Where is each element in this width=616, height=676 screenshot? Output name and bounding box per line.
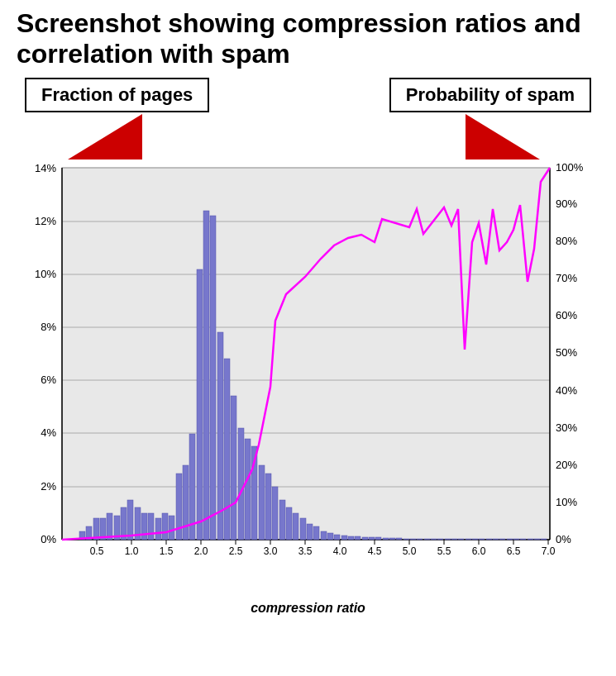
svg-text:8%: 8% [41,321,56,333]
svg-rect-90 [293,513,298,540]
svg-rect-100 [362,537,368,540]
svg-rect-76 [197,269,203,540]
svg-rect-78 [210,216,216,540]
svg-text:5.0: 5.0 [403,545,417,557]
label-spam: Probability of spam [389,78,591,112]
svg-rect-98 [348,536,354,540]
svg-rect-108 [417,539,423,540]
svg-rect-82 [238,428,244,540]
svg-rect-123 [520,539,526,540]
svg-rect-83 [245,439,251,540]
svg-rect-111 [437,539,443,540]
svg-rect-70 [155,518,161,540]
svg-rect-0 [62,168,550,540]
svg-rect-124 [528,539,533,540]
svg-rect-126 [541,539,547,540]
svg-text:0.5: 0.5 [90,545,104,557]
svg-text:3.5: 3.5 [298,545,313,557]
svg-text:0%: 0% [41,533,56,545]
right-arrow-container: Probability of spam [389,78,591,159]
svg-rect-125 [534,539,540,540]
svg-rect-119 [493,539,499,540]
svg-rect-113 [451,539,457,540]
page-title: Screenshot showing compression ratios an… [17,8,599,69]
svg-text:6.5: 6.5 [507,545,521,557]
svg-text:7.0: 7.0 [542,545,556,557]
x-axis-label: compression ratio [17,601,599,616]
svg-rect-80 [224,359,230,540]
svg-rect-118 [486,539,492,540]
svg-rect-105 [396,538,402,540]
svg-text:1.0: 1.0 [125,545,139,557]
right-arrow-icon [466,114,540,159]
svg-text:20%: 20% [556,459,577,471]
svg-text:2%: 2% [41,480,56,493]
svg-rect-93 [313,526,319,540]
svg-text:4.0: 4.0 [333,545,347,557]
svg-rect-79 [217,332,223,540]
left-arrow-icon [68,114,142,159]
svg-rect-61 [93,518,99,540]
svg-rect-77 [203,211,209,540]
svg-rect-104 [389,538,395,540]
svg-rect-117 [479,539,485,540]
svg-rect-72 [169,516,174,540]
svg-rect-102 [375,537,381,540]
labels-row: Fraction of pages Probability of spam [17,78,599,159]
svg-rect-94 [321,531,327,540]
svg-text:100%: 100% [556,161,584,174]
svg-rect-106 [404,539,409,540]
svg-text:4%: 4% [41,426,56,439]
svg-text:2.5: 2.5 [229,545,243,557]
svg-text:6%: 6% [41,374,56,386]
svg-rect-88 [279,500,285,540]
svg-rect-85 [259,465,265,540]
svg-text:10%: 10% [35,268,56,280]
svg-text:10%: 10% [556,496,577,508]
svg-text:2.0: 2.0 [194,545,208,557]
svg-rect-114 [458,539,464,540]
svg-rect-96 [334,535,340,540]
svg-rect-107 [410,539,416,540]
svg-rect-91 [300,518,306,540]
svg-text:50%: 50% [556,346,577,359]
svg-rect-97 [341,536,347,540]
svg-rect-87 [272,487,278,540]
svg-rect-86 [265,474,271,540]
svg-rect-115 [466,539,471,540]
svg-text:40%: 40% [556,384,577,397]
label-fraction: Fraction of pages [25,78,209,112]
svg-text:6.0: 6.0 [472,545,486,557]
svg-rect-95 [327,533,333,540]
svg-rect-116 [472,539,478,540]
svg-text:60%: 60% [556,309,577,321]
svg-rect-81 [231,396,236,540]
svg-rect-110 [431,539,437,540]
svg-rect-92 [307,524,313,540]
svg-text:0%: 0% [556,533,571,545]
svg-rect-120 [499,539,505,540]
svg-text:12%: 12% [35,215,56,227]
chart-svg: 0% 2% 4% 6% 8% 10% 12% 14% 0% 10% 20% 30… [17,159,604,597]
svg-text:80%: 80% [556,235,577,247]
svg-rect-71 [162,513,168,540]
svg-rect-112 [445,539,451,540]
chart-area: 0% 2% 4% 6% 8% 10% 12% 14% 0% 10% 20% 30… [17,159,604,597]
svg-rect-74 [183,465,189,540]
svg-rect-65 [121,507,127,540]
svg-rect-101 [369,537,375,540]
svg-rect-69 [148,513,154,540]
svg-text:90%: 90% [556,198,577,210]
svg-rect-89 [286,507,292,540]
svg-text:1.5: 1.5 [160,545,174,557]
svg-text:5.5: 5.5 [437,545,451,557]
svg-rect-99 [355,536,361,540]
main-container: Screenshot showing compression ratios an… [0,0,616,624]
svg-rect-68 [141,513,147,540]
svg-rect-122 [513,539,519,540]
svg-text:30%: 30% [556,421,577,434]
svg-rect-66 [127,500,133,540]
left-arrow-container: Fraction of pages [25,78,209,159]
svg-rect-109 [424,539,430,540]
svg-rect-103 [383,538,389,540]
